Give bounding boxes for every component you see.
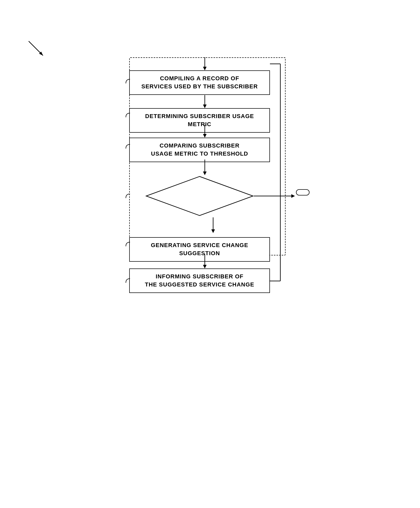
ref-104-curve bbox=[125, 113, 131, 118]
svg-marker-9 bbox=[203, 172, 207, 175]
ref-100-arrow bbox=[26, 39, 47, 59]
svg-marker-14 bbox=[211, 229, 215, 233]
yes-path bbox=[203, 217, 224, 234]
arrow-106-108 bbox=[203, 160, 207, 175]
box-104-text: DETERMINING SUBSCRIBER USAGE METRIC bbox=[135, 112, 264, 128]
end-oval bbox=[296, 189, 310, 197]
arrow-110-112 bbox=[203, 254, 207, 268]
loop-back-arrow bbox=[270, 57, 291, 296]
box-106: COMPARING SUBSCRIBERUSAGE METRIC TO THRE… bbox=[129, 138, 270, 162]
box-106-text: COMPARING SUBSCRIBERUSAGE METRIC TO THRE… bbox=[151, 142, 248, 158]
ref-102-curve bbox=[125, 79, 131, 84]
arrow-102-104 bbox=[203, 95, 207, 108]
ref-112-curve bbox=[125, 278, 131, 283]
ref-108-curve bbox=[125, 193, 131, 199]
box-102-text: COMPILING A RECORD OFSERVICES USED BY TH… bbox=[141, 75, 258, 91]
svg-marker-3 bbox=[203, 67, 207, 70]
svg-marker-10 bbox=[146, 176, 253, 216]
box-112-text: INFORMING SUBSCRIBER OFTHE SUGGESTED SER… bbox=[145, 273, 254, 289]
box-104: DETERMINING SUBSCRIBER USAGE METRIC bbox=[129, 108, 270, 133]
box-110: GENERATING SERVICE CHANGE SUGGESTION bbox=[129, 237, 270, 262]
svg-marker-5 bbox=[203, 105, 207, 108]
diamond-108 bbox=[145, 175, 254, 217]
svg-marker-12 bbox=[291, 194, 295, 198]
top-entry-arrow bbox=[203, 57, 207, 70]
ref-110-curve bbox=[125, 242, 131, 247]
ref-106-curve bbox=[125, 144, 131, 149]
box-102: COMPILING A RECORD OFSERVICES USED BY TH… bbox=[129, 70, 270, 95]
diamond-108-shape bbox=[145, 175, 254, 217]
box-112: INFORMING SUBSCRIBER OFTHE SUGGESTED SER… bbox=[129, 268, 270, 293]
box-110-text: GENERATING SERVICE CHANGE SUGGESTION bbox=[135, 241, 264, 258]
svg-marker-16 bbox=[203, 265, 207, 268]
svg-marker-7 bbox=[203, 134, 207, 138]
arrow-104-106 bbox=[203, 125, 207, 138]
